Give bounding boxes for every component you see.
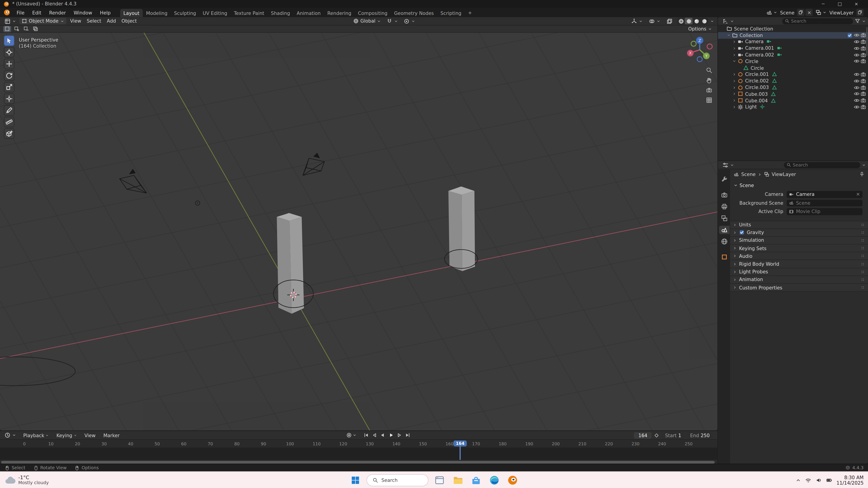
breadcrumb-scene[interactable]: Scene — [741, 171, 755, 177]
outliner-row-circle[interactable]: Circle — [718, 58, 868, 65]
menu-file[interactable]: File — [13, 8, 28, 16]
disable-in-render-toggle[interactable] — [860, 91, 866, 97]
disable-in-render-toggle[interactable] — [860, 58, 866, 64]
outliner-search[interactable] — [782, 18, 853, 24]
workspace-tab-scripting[interactable]: Scripting — [437, 9, 465, 17]
outliner-row-circle-003[interactable]: Circle.003 — [718, 84, 868, 91]
menu-help[interactable]: Help — [96, 8, 115, 16]
toggle-xray-button[interactable] — [664, 18, 675, 25]
outliner-row-collection[interactable]: Collection — [718, 32, 868, 39]
scene-selector[interactable]: Scene — [766, 9, 813, 16]
weather-widget[interactable]: -1°C Mostly cloudy — [4, 475, 49, 486]
tool-add-cube-button[interactable] — [4, 128, 14, 139]
properties-tab-tool[interactable] — [719, 175, 730, 184]
transform-orientation-selector[interactable]: Global — [351, 18, 383, 24]
disable-in-render-toggle[interactable] — [860, 71, 866, 77]
new-view-layer-button[interactable] — [857, 9, 864, 16]
viewport-canvas[interactable] — [0, 33, 717, 430]
hide-in-viewport-toggle[interactable] — [853, 97, 860, 103]
hide-in-viewport-toggle[interactable] — [853, 85, 860, 91]
auto-keying-toggle[interactable] — [346, 432, 356, 438]
edge-icon[interactable] — [487, 473, 502, 487]
tool-rotate-button[interactable] — [4, 70, 14, 81]
shading-options-chevron[interactable] — [710, 19, 714, 23]
view-layer-selector[interactable]: ViewLayer — [815, 9, 864, 16]
hide-in-viewport-toggle[interactable] — [853, 32, 860, 38]
viewport-menu-select[interactable]: Select — [84, 18, 104, 24]
start-button[interactable] — [348, 473, 363, 487]
timeline-menu-playback[interactable]: Playback — [20, 431, 53, 439]
mode-selector[interactable]: Object Mode — [20, 18, 66, 24]
hide-in-viewport-toggle[interactable] — [853, 91, 860, 97]
unlink-scene-button[interactable] — [806, 9, 813, 16]
outliner-row-camera-001[interactable]: Camera.001 — [718, 45, 868, 52]
outliner-row-cube-003[interactable]: Cube.003 — [718, 91, 868, 97]
disable-in-render-toggle[interactable] — [860, 85, 866, 91]
app-window-icon[interactable] — [432, 473, 447, 487]
workspace-tab-geometry-nodes[interactable]: Geometry Nodes — [391, 9, 437, 17]
chevron-closed-icon[interactable] — [731, 72, 737, 76]
timeline-menu-view[interactable]: View — [81, 431, 99, 439]
minimize-button[interactable]: ─ — [815, 0, 831, 8]
camera-view-icon[interactable] — [706, 87, 712, 93]
play-button[interactable] — [387, 431, 395, 439]
cube-pillar-1[interactable] — [277, 213, 304, 314]
light-object[interactable] — [195, 201, 200, 205]
current-frame-field[interactable]: 164 — [634, 432, 652, 438]
outliner-row-circle-002[interactable]: Circle.002 — [718, 78, 868, 84]
playhead-line[interactable] — [460, 446, 461, 460]
background-scene-field[interactable]: Scene — [786, 199, 863, 206]
jump-to-start-button[interactable] — [362, 431, 370, 439]
maximize-button[interactable]: □ — [831, 0, 848, 8]
shading-material-button[interactable] — [692, 18, 700, 24]
perspective-toggle-icon[interactable] — [706, 97, 712, 103]
disable-in-render-toggle[interactable] — [860, 45, 866, 51]
gizmo-minus-y-axis[interactable] — [691, 41, 696, 46]
timeline-editor-type-button[interactable] — [2, 431, 18, 439]
outliner-scrollbar[interactable] — [866, 27, 868, 56]
disable-in-render-toggle[interactable] — [860, 39, 866, 45]
workspace-tab-sculpting[interactable]: Sculpting — [170, 9, 199, 17]
chevron-open-icon[interactable] — [731, 59, 737, 63]
disable-in-render-toggle[interactable] — [860, 104, 866, 110]
select-mode-set-button[interactable] — [3, 26, 11, 32]
tool-cursor-button[interactable] — [4, 47, 14, 58]
hide-in-viewport-toggle[interactable] — [853, 45, 860, 51]
outliner-row-light[interactable]: Light — [718, 104, 868, 110]
show-gizmos-toggle[interactable] — [629, 18, 645, 25]
timeline-channels[interactable] — [0, 448, 717, 460]
gizmo-minus-x-axis[interactable] — [707, 44, 712, 49]
disable-in-render-toggle[interactable] — [860, 32, 866, 38]
tool-measure-button[interactable] — [4, 117, 14, 127]
network-icon[interactable] — [805, 477, 811, 483]
panel-light-probes[interactable]: Light Probes — [730, 268, 868, 276]
gravity-checkbox[interactable] — [739, 230, 744, 235]
blender-menu-icon[interactable] — [3, 9, 11, 16]
properties-tab-output[interactable] — [719, 202, 730, 211]
frame-start-field[interactable]: Start1 — [662, 432, 685, 438]
properties-search-input[interactable] — [793, 162, 858, 167]
workspace-tab-texture-paint[interactable]: Texture Paint — [230, 9, 268, 17]
add-workspace-button[interactable]: + — [465, 8, 475, 17]
jump-to-end-button[interactable] — [403, 431, 412, 439]
panel-simulation[interactable]: Simulation — [730, 237, 868, 245]
hide-in-viewport-toggle[interactable] — [853, 78, 860, 84]
workspace-tab-compositing[interactable]: Compositing — [355, 9, 391, 17]
active-clip-field[interactable]: Movie Clip — [786, 208, 863, 215]
previous-keyframe-button[interactable] — [370, 431, 378, 439]
menu-window[interactable]: Window — [70, 8, 96, 16]
panel-units[interactable]: Units — [730, 221, 868, 229]
disable-in-render-toggle[interactable] — [860, 97, 866, 103]
breadcrumb-view-layer[interactable]: ViewLayer — [772, 171, 796, 177]
camera-object-wireframe-2[interactable] — [303, 153, 324, 175]
clear-camera-button[interactable] — [856, 192, 860, 197]
workspace-tab-layout[interactable]: Layout — [120, 9, 143, 17]
taskbar-clock[interactable]: 8:30 AM 11/14/2025 — [836, 475, 864, 486]
panel-gravity[interactable]: Gravity — [730, 229, 868, 237]
outliner-search-input[interactable] — [791, 19, 850, 24]
pin-icon[interactable] — [859, 171, 865, 177]
workspace-tab-animation[interactable]: Animation — [293, 9, 324, 17]
outliner-row-cube-004[interactable]: Cube.004 — [718, 97, 868, 104]
filter-icon[interactable] — [855, 18, 860, 24]
properties-editor-type-button[interactable] — [720, 161, 736, 168]
